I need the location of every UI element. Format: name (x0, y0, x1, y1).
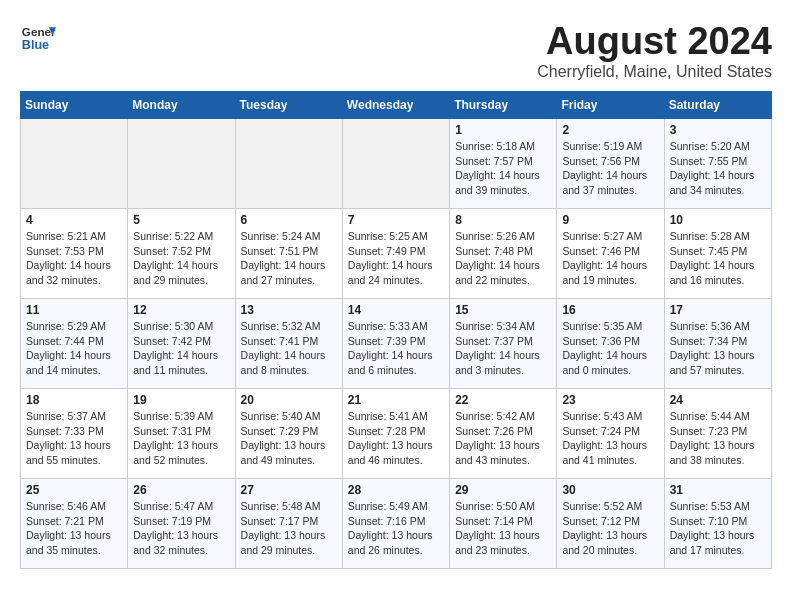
day-number: 30 (562, 483, 658, 497)
header-monday: Monday (128, 92, 235, 119)
day-info: Sunrise: 5:37 AM Sunset: 7:33 PM Dayligh… (26, 409, 122, 468)
table-row: 28Sunrise: 5:49 AM Sunset: 7:16 PM Dayli… (342, 479, 449, 569)
day-info: Sunrise: 5:35 AM Sunset: 7:36 PM Dayligh… (562, 319, 658, 378)
table-row: 3Sunrise: 5:20 AM Sunset: 7:55 PM Daylig… (664, 119, 771, 209)
day-number: 10 (670, 213, 766, 227)
day-info: Sunrise: 5:25 AM Sunset: 7:49 PM Dayligh… (348, 229, 444, 288)
day-info: Sunrise: 5:49 AM Sunset: 7:16 PM Dayligh… (348, 499, 444, 558)
calendar-week-row: 1Sunrise: 5:18 AM Sunset: 7:57 PM Daylig… (21, 119, 772, 209)
svg-text:General: General (22, 25, 56, 38)
day-number: 1 (455, 123, 551, 137)
day-number: 25 (26, 483, 122, 497)
day-info: Sunrise: 5:26 AM Sunset: 7:48 PM Dayligh… (455, 229, 551, 288)
day-info: Sunrise: 5:46 AM Sunset: 7:21 PM Dayligh… (26, 499, 122, 558)
table-row: 20Sunrise: 5:40 AM Sunset: 7:29 PM Dayli… (235, 389, 342, 479)
header-sunday: Sunday (21, 92, 128, 119)
table-row (342, 119, 449, 209)
header-tuesday: Tuesday (235, 92, 342, 119)
day-info: Sunrise: 5:48 AM Sunset: 7:17 PM Dayligh… (241, 499, 337, 558)
table-row: 12Sunrise: 5:30 AM Sunset: 7:42 PM Dayli… (128, 299, 235, 389)
day-number: 26 (133, 483, 229, 497)
day-number: 11 (26, 303, 122, 317)
day-info: Sunrise: 5:53 AM Sunset: 7:10 PM Dayligh… (670, 499, 766, 558)
day-info: Sunrise: 5:24 AM Sunset: 7:51 PM Dayligh… (241, 229, 337, 288)
table-row: 19Sunrise: 5:39 AM Sunset: 7:31 PM Dayli… (128, 389, 235, 479)
table-row: 18Sunrise: 5:37 AM Sunset: 7:33 PM Dayli… (21, 389, 128, 479)
day-number: 7 (348, 213, 444, 227)
day-info: Sunrise: 5:36 AM Sunset: 7:34 PM Dayligh… (670, 319, 766, 378)
day-info: Sunrise: 5:19 AM Sunset: 7:56 PM Dayligh… (562, 139, 658, 198)
header-thursday: Thursday (450, 92, 557, 119)
day-info: Sunrise: 5:21 AM Sunset: 7:53 PM Dayligh… (26, 229, 122, 288)
calendar-week-row: 18Sunrise: 5:37 AM Sunset: 7:33 PM Dayli… (21, 389, 772, 479)
calendar-title: August 2024 (537, 20, 772, 63)
table-row: 2Sunrise: 5:19 AM Sunset: 7:56 PM Daylig… (557, 119, 664, 209)
day-info: Sunrise: 5:39 AM Sunset: 7:31 PM Dayligh… (133, 409, 229, 468)
table-row: 31Sunrise: 5:53 AM Sunset: 7:10 PM Dayli… (664, 479, 771, 569)
weekday-header-row: Sunday Monday Tuesday Wednesday Thursday… (21, 92, 772, 119)
day-number: 8 (455, 213, 551, 227)
table-row: 14Sunrise: 5:33 AM Sunset: 7:39 PM Dayli… (342, 299, 449, 389)
table-row: 21Sunrise: 5:41 AM Sunset: 7:28 PM Dayli… (342, 389, 449, 479)
day-number: 14 (348, 303, 444, 317)
day-info: Sunrise: 5:34 AM Sunset: 7:37 PM Dayligh… (455, 319, 551, 378)
day-number: 23 (562, 393, 658, 407)
table-row: 24Sunrise: 5:44 AM Sunset: 7:23 PM Dayli… (664, 389, 771, 479)
day-number: 24 (670, 393, 766, 407)
calendar-subtitle: Cherryfield, Maine, United States (537, 63, 772, 81)
day-info: Sunrise: 5:27 AM Sunset: 7:46 PM Dayligh… (562, 229, 658, 288)
day-info: Sunrise: 5:50 AM Sunset: 7:14 PM Dayligh… (455, 499, 551, 558)
title-section: August 2024 Cherryfield, Maine, United S… (537, 20, 772, 81)
day-info: Sunrise: 5:28 AM Sunset: 7:45 PM Dayligh… (670, 229, 766, 288)
day-number: 15 (455, 303, 551, 317)
calendar-week-row: 11Sunrise: 5:29 AM Sunset: 7:44 PM Dayli… (21, 299, 772, 389)
table-row (21, 119, 128, 209)
day-number: 18 (26, 393, 122, 407)
day-number: 27 (241, 483, 337, 497)
day-info: Sunrise: 5:40 AM Sunset: 7:29 PM Dayligh… (241, 409, 337, 468)
day-number: 21 (348, 393, 444, 407)
day-number: 9 (562, 213, 658, 227)
table-row: 22Sunrise: 5:42 AM Sunset: 7:26 PM Dayli… (450, 389, 557, 479)
day-number: 6 (241, 213, 337, 227)
day-number: 2 (562, 123, 658, 137)
day-info: Sunrise: 5:42 AM Sunset: 7:26 PM Dayligh… (455, 409, 551, 468)
logo-icon: General Blue (20, 20, 56, 56)
calendar-table: Sunday Monday Tuesday Wednesday Thursday… (20, 91, 772, 569)
table-row: 30Sunrise: 5:52 AM Sunset: 7:12 PM Dayli… (557, 479, 664, 569)
header-friday: Friday (557, 92, 664, 119)
day-info: Sunrise: 5:22 AM Sunset: 7:52 PM Dayligh… (133, 229, 229, 288)
logo: General Blue (20, 20, 56, 56)
table-row: 5Sunrise: 5:22 AM Sunset: 7:52 PM Daylig… (128, 209, 235, 299)
day-info: Sunrise: 5:33 AM Sunset: 7:39 PM Dayligh… (348, 319, 444, 378)
day-info: Sunrise: 5:18 AM Sunset: 7:57 PM Dayligh… (455, 139, 551, 198)
table-row: 27Sunrise: 5:48 AM Sunset: 7:17 PM Dayli… (235, 479, 342, 569)
table-row: 15Sunrise: 5:34 AM Sunset: 7:37 PM Dayli… (450, 299, 557, 389)
page-header: General Blue August 2024 Cherryfield, Ma… (20, 20, 772, 81)
table-row: 29Sunrise: 5:50 AM Sunset: 7:14 PM Dayli… (450, 479, 557, 569)
day-number: 4 (26, 213, 122, 227)
table-row: 23Sunrise: 5:43 AM Sunset: 7:24 PM Dayli… (557, 389, 664, 479)
day-info: Sunrise: 5:41 AM Sunset: 7:28 PM Dayligh… (348, 409, 444, 468)
day-info: Sunrise: 5:47 AM Sunset: 7:19 PM Dayligh… (133, 499, 229, 558)
calendar-week-row: 4Sunrise: 5:21 AM Sunset: 7:53 PM Daylig… (21, 209, 772, 299)
day-number: 12 (133, 303, 229, 317)
table-row: 25Sunrise: 5:46 AM Sunset: 7:21 PM Dayli… (21, 479, 128, 569)
table-row: 4Sunrise: 5:21 AM Sunset: 7:53 PM Daylig… (21, 209, 128, 299)
table-row: 26Sunrise: 5:47 AM Sunset: 7:19 PM Dayli… (128, 479, 235, 569)
day-number: 17 (670, 303, 766, 317)
header-saturday: Saturday (664, 92, 771, 119)
day-number: 20 (241, 393, 337, 407)
table-row: 1Sunrise: 5:18 AM Sunset: 7:57 PM Daylig… (450, 119, 557, 209)
table-row (235, 119, 342, 209)
table-row: 10Sunrise: 5:28 AM Sunset: 7:45 PM Dayli… (664, 209, 771, 299)
day-number: 19 (133, 393, 229, 407)
table-row: 16Sunrise: 5:35 AM Sunset: 7:36 PM Dayli… (557, 299, 664, 389)
table-row: 17Sunrise: 5:36 AM Sunset: 7:34 PM Dayli… (664, 299, 771, 389)
day-info: Sunrise: 5:43 AM Sunset: 7:24 PM Dayligh… (562, 409, 658, 468)
day-number: 29 (455, 483, 551, 497)
table-row: 13Sunrise: 5:32 AM Sunset: 7:41 PM Dayli… (235, 299, 342, 389)
day-number: 5 (133, 213, 229, 227)
table-row: 11Sunrise: 5:29 AM Sunset: 7:44 PM Dayli… (21, 299, 128, 389)
table-row: 7Sunrise: 5:25 AM Sunset: 7:49 PM Daylig… (342, 209, 449, 299)
